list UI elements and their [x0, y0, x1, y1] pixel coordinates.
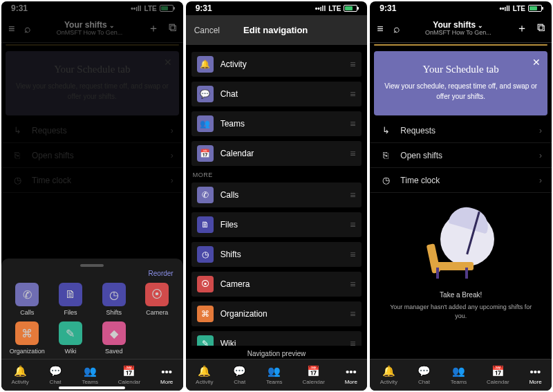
tile-wiki[interactable]: ✎ Wiki: [52, 321, 90, 355]
edit-row-calls[interactable]: ✆ Calls ≡: [191, 183, 362, 207]
drag-handle-icon[interactable]: ≡: [350, 148, 356, 159]
nav-teams[interactable]: 👥 Teams: [451, 365, 467, 385]
time clock-icon: ◷: [379, 175, 392, 185]
reorder-link[interactable]: Reorder: [8, 270, 176, 277]
tile-calls[interactable]: ✆ Calls: [8, 283, 46, 316]
teams-icon: 👥: [197, 115, 214, 132]
drag-handle-icon[interactable]: ≡: [350, 308, 356, 319]
edit-row-camera[interactable]: ⦿ Camera ≡: [191, 272, 362, 297]
edit-row-wiki[interactable]: ✎ Wiki ≡: [191, 331, 362, 346]
header-title-group[interactable]: Your shifts ⌄ OnMSFT How To Gen...: [425, 21, 491, 37]
nav-label: Chat: [234, 379, 245, 385]
chat-icon: 💬: [418, 365, 431, 377]
signal-icon: ••ıll: [500, 5, 510, 12]
teams-icon: 👥: [268, 365, 281, 377]
camera-icon: ⦿: [145, 283, 169, 306]
tile-camera[interactable]: ⦿ Camera: [138, 283, 176, 316]
chat-icon: 💬: [233, 365, 246, 377]
edit-row-teams[interactable]: 👥 Teams ≡: [191, 111, 362, 136]
edit-row-activity[interactable]: 🔔 Activity ≡: [191, 52, 362, 77]
edit-title: Edit navigation: [220, 25, 331, 35]
nav-teams[interactable]: 👥 Teams: [82, 365, 98, 385]
nav-chat[interactable]: 💬 Chat: [49, 365, 62, 385]
tile-label: Calls: [20, 309, 34, 316]
nav-activity[interactable]: 🔔 Activity: [11, 365, 28, 385]
nav-activity[interactable]: 🔔 Activity: [380, 365, 397, 385]
calls-icon: ✆: [197, 187, 214, 203]
organization-icon: ⌘: [197, 306, 214, 322]
edit-row-label: Files: [221, 220, 238, 230]
nav-calendar[interactable]: 📅 Calendar: [487, 365, 509, 385]
schedule-row-open-shifts[interactable]: ⎘ Open shifts ›: [370, 143, 552, 168]
more-icon: •••: [530, 366, 541, 377]
tile-label: Saved: [105, 348, 123, 355]
home-indicator-icon[interactable]: [59, 386, 125, 389]
drag-handle-icon[interactable]: ≡: [350, 279, 356, 290]
nav-label: Teams: [82, 379, 98, 385]
nav-chat[interactable]: 💬 Chat: [418, 365, 431, 385]
menu-icon[interactable]: ≡: [377, 23, 383, 35]
nav-chat[interactable]: 💬 Chat: [233, 365, 246, 385]
edit-row-label: Calls: [221, 190, 239, 200]
drag-handle-icon[interactable]: ≡: [350, 88, 356, 100]
search-icon[interactable]: ⌕: [393, 23, 400, 35]
edit-row-label: Teams: [221, 119, 245, 129]
section-more-label: MORE: [193, 171, 362, 178]
schedule-row-requests[interactable]: ↳ Requests ›: [370, 118, 552, 143]
close-icon[interactable]: ✕: [532, 57, 541, 68]
more-sheet: Reorder ✆ Calls🗎 Files◷ Shifts⦿ Camera⌘ …: [1, 259, 183, 359]
calendar-icon: 📅: [307, 365, 320, 377]
nav-activity[interactable]: 🔔 Activity: [196, 365, 213, 385]
more-icon: •••: [161, 366, 172, 377]
chevron-down-icon: ⌄: [478, 22, 483, 29]
filter-icon[interactable]: ⧉: [537, 21, 545, 36]
nav-label: Teams: [266, 379, 283, 385]
files-icon: 🗎: [197, 216, 214, 233]
drag-handle-icon[interactable]: ≡: [350, 219, 356, 230]
cancel-button[interactable]: Cancel: [194, 26, 220, 35]
tile-shifts[interactable]: ◷ Shifts: [95, 283, 133, 316]
add-icon[interactable]: ＋: [516, 21, 527, 36]
carrier-label: LTE: [513, 5, 525, 12]
empty-state-illustration: [420, 212, 503, 281]
edit-row-label: Wiki: [221, 339, 236, 346]
nav-calendar[interactable]: 📅 Calendar: [302, 365, 324, 385]
drag-handle-icon[interactable]: ≡: [350, 118, 356, 129]
nav-more[interactable]: ••• More: [529, 366, 541, 385]
camera-icon: ⦿: [197, 276, 214, 292]
drag-handle-icon[interactable]: ≡: [350, 338, 356, 346]
tile-saved[interactable]: ◆ Saved: [95, 321, 133, 355]
drag-handle-icon[interactable]: ≡: [350, 249, 356, 260]
drag-handle-icon[interactable]: ≡: [350, 59, 356, 70]
chevron-right-icon: ›: [539, 151, 542, 160]
edit-row-label: Activity: [221, 59, 247, 69]
nav-label: Activity: [196, 379, 213, 385]
bottom-nav: 🔔 Activity💬 Chat👥 Teams📅 Calendar••• Mor…: [186, 359, 368, 391]
accent-line: [374, 44, 547, 46]
calendar-icon: 📅: [122, 365, 135, 377]
nav-label: Activity: [11, 379, 28, 385]
hero-subtitle: View your schedule, request time off, an…: [384, 81, 538, 102]
more-icon: •••: [346, 366, 357, 377]
nav-label: Teams: [451, 379, 467, 385]
row-label: Requests: [400, 126, 435, 136]
edit-row-organization[interactable]: ⌘ Organization ≡: [191, 301, 362, 326]
schedule-row-time-clock[interactable]: ◷ Time clock ›: [370, 168, 552, 193]
nav-more[interactable]: ••• More: [345, 366, 357, 385]
nav-label: Activity: [380, 379, 397, 385]
drag-handle-icon[interactable]: ≡: [350, 189, 356, 200]
nav-teams[interactable]: 👥 Teams: [266, 365, 283, 385]
edit-row-chat[interactable]: 💬 Chat ≡: [191, 82, 362, 106]
edit-row-files[interactable]: 🗎 Files ≡: [191, 212, 362, 237]
sheet-handle-icon[interactable]: [80, 264, 104, 267]
tile-files[interactable]: 🗎 Files: [52, 283, 90, 316]
tile-organization[interactable]: ⌘ Organization: [8, 321, 46, 355]
saved-icon: ◆: [102, 321, 126, 345]
edit-row-calendar[interactable]: 📅 Calendar ≡: [191, 141, 362, 166]
app-header: ≡ ⌕ Your shifts ⌄ OnMSFT How To Gen... ＋…: [370, 15, 552, 43]
nav-calendar[interactable]: 📅 Calendar: [118, 365, 140, 385]
hero-card: ✕ Your Schedule tab View your schedule, …: [374, 51, 547, 115]
nav-more[interactable]: ••• More: [160, 366, 173, 385]
calendar-icon: 📅: [491, 365, 505, 377]
edit-row-shifts[interactable]: ◷ Shifts ≡: [191, 242, 362, 267]
